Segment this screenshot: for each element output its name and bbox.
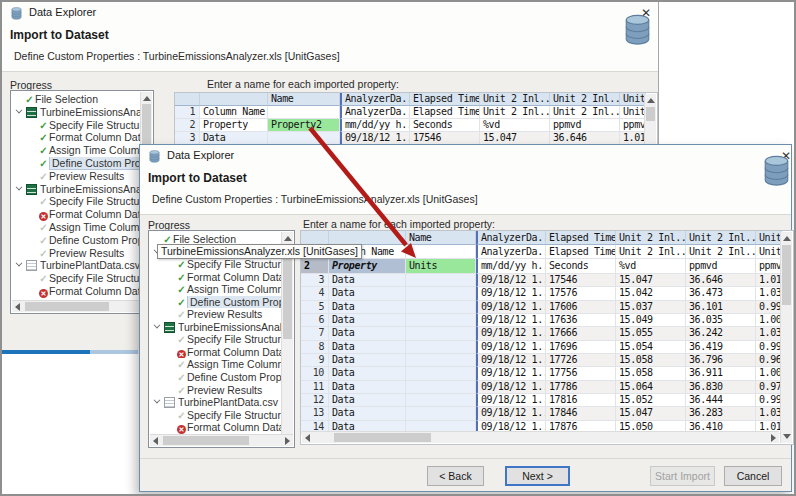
tree-item[interactable]: ✓Define Custom Properties — [12, 234, 140, 247]
chevron-down-icon[interactable] — [16, 183, 23, 190]
tree-item[interactable]: ✓Assign Time Columns — [12, 144, 140, 157]
table-cell[interactable]: 09/18/12 1... — [476, 407, 546, 420]
table-cell[interactable]: Data — [329, 381, 406, 394]
table-cell[interactable]: Data — [329, 341, 406, 354]
table-cell[interactable]: 36.830 — [686, 381, 756, 394]
tree-item[interactable]: ✓Specify File Structure — [12, 195, 140, 208]
table-cell[interactable]: Unit 2 Inl... — [550, 106, 620, 119]
table-cell[interactable]: AnalyzerDa... — [476, 245, 546, 259]
table-cell[interactable]: 09/18/12 1... — [476, 301, 546, 314]
table-cell[interactable]: 12 — [301, 394, 329, 407]
table-cell[interactable]: Data — [329, 301, 406, 314]
table-cell[interactable]: ppmvd — [756, 259, 782, 274]
table-cell[interactable]: Data — [329, 314, 406, 327]
table-cell[interactable]: Unit — [756, 231, 782, 245]
table-cell[interactable]: 17696 — [546, 341, 616, 354]
tree-item[interactable]: ✓Specify File Structure — [12, 272, 140, 285]
table-cell[interactable]: Unit 2 Inl... — [616, 245, 686, 259]
table-cell[interactable]: Data — [329, 327, 406, 340]
table-cell[interactable]: 09/18/12 1... — [476, 394, 546, 407]
table-cell[interactable]: Property — [200, 119, 268, 132]
table-cell[interactable] — [406, 381, 476, 394]
tree-item[interactable]: ✓Preview Results — [150, 308, 281, 321]
grid-horizontal-scrollbar[interactable] — [302, 431, 779, 443]
grid-vertical-scrollbar[interactable] — [644, 94, 656, 145]
table-cell[interactable]: %vd — [616, 259, 686, 274]
table-cell[interactable]: 15.058 — [616, 354, 686, 367]
table-cell[interactable]: Seconds — [410, 119, 480, 132]
table-cell[interactable]: 1.032 — [756, 287, 782, 300]
scroll-down-icon[interactable] — [783, 434, 791, 439]
scroll-up-icon[interactable] — [647, 98, 655, 103]
scroll-left-icon[interactable] — [305, 434, 310, 442]
table-cell[interactable]: Unit 2 Inl... — [550, 93, 620, 106]
table-cell[interactable]: 17636 — [546, 314, 616, 327]
table-cell[interactable]: 09/18/12 1... — [476, 274, 546, 287]
tree-item[interactable]: ✓Specify File Structure — [150, 258, 281, 271]
table-cell[interactable]: 36.911 — [686, 367, 756, 380]
tree-item[interactable]: TurbineEmissionsAnalyzer.xls [ — [150, 321, 281, 334]
table-cell[interactable]: 09/18/12 1... — [476, 327, 546, 340]
table-cell[interactable]: Unit 2 Inl... — [686, 245, 756, 259]
table-cell[interactable]: 2 — [301, 259, 329, 274]
table-cell[interactable]: 0.965 — [756, 354, 782, 367]
table-cell[interactable]: 15.055 — [616, 327, 686, 340]
table-cell[interactable]: 17726 — [546, 354, 616, 367]
table-cell[interactable]: AnalyzerDa... — [340, 93, 410, 106]
table-cell[interactable]: 17816 — [546, 394, 616, 407]
scrollbar-thumb[interactable] — [25, 302, 109, 311]
table-cell[interactable]: Elapsed Time — [546, 231, 616, 245]
table-cell[interactable]: 3 — [301, 274, 329, 287]
table-cell[interactable]: 8 — [301, 341, 329, 354]
table-cell[interactable]: 17666 — [546, 327, 616, 340]
tree-item[interactable]: ✕Format Column Data — [12, 285, 140, 298]
table-cell[interactable]: AnalyzerDa... — [476, 231, 546, 245]
table-cell[interactable] — [175, 93, 200, 106]
table-cell[interactable]: 1.002 — [756, 314, 782, 327]
table-cell[interactable]: Elapsed Time — [546, 245, 616, 259]
table-cell[interactable]: 1.035 — [756, 327, 782, 340]
table-cell[interactable]: 09/18/12 1... — [476, 341, 546, 354]
tree-item[interactable]: ✓Specify File Structure — [150, 333, 281, 346]
table-cell[interactable]: 36.035 — [686, 314, 756, 327]
table-cell[interactable]: 0.979 — [756, 381, 782, 394]
table-cell[interactable]: ppmvd — [550, 119, 620, 132]
table-cell[interactable]: 17606 — [546, 301, 616, 314]
table-cell[interactable]: Data — [329, 367, 406, 380]
table-cell[interactable]: 15.058 — [616, 367, 686, 380]
table-cell[interactable]: 1 — [175, 106, 200, 119]
tree-item[interactable]: ✕Format Column Data — [150, 421, 281, 434]
tree-item[interactable]: ✓Define Custom Properties — [12, 157, 140, 170]
table-cell[interactable]: 15.037 — [616, 301, 686, 314]
tree-item[interactable]: ✓Preview Results — [12, 247, 140, 260]
tree-item[interactable]: ✓Format Column Data — [150, 271, 281, 284]
tree-item[interactable]: ✓Assign Time Columns — [150, 283, 281, 296]
table-cell[interactable]: 6 — [301, 314, 329, 327]
table-cell[interactable]: 15.064 — [616, 381, 686, 394]
table-cell[interactable]: 09/18/12 1... — [476, 287, 546, 300]
tree-item[interactable]: ✓Preview Results — [12, 170, 140, 183]
table-cell[interactable]: 10 — [301, 367, 329, 380]
scroll-left-icon[interactable] — [153, 437, 158, 445]
table-cell[interactable] — [406, 287, 476, 300]
scroll-left-icon[interactable] — [15, 303, 20, 311]
table-cell[interactable]: 36.101 — [686, 301, 756, 314]
chevron-down-icon[interactable] — [16, 106, 23, 113]
table-cell[interactable]: 15.054 — [616, 341, 686, 354]
chevron-down-icon[interactable] — [154, 321, 161, 328]
table-cell[interactable] — [406, 407, 476, 420]
table-cell[interactable]: 36.242 — [686, 327, 756, 340]
table-cell[interactable]: 36.444 — [686, 394, 756, 407]
table-cell[interactable] — [329, 231, 406, 245]
table-cell[interactable] — [406, 341, 476, 354]
table-cell[interactable]: %vd — [480, 119, 550, 132]
table-cell[interactable]: 36.646 — [686, 274, 756, 287]
table-cell[interactable]: Name — [268, 93, 340, 106]
table-cell[interactable]: 5 — [301, 301, 329, 314]
table-cell[interactable]: ppmvd — [620, 119, 646, 132]
tree-item[interactable]: TurbineEmissionsAnalyzer.xls [ — [12, 183, 140, 196]
scrollbar-thumb[interactable] — [646, 107, 655, 121]
table-cell[interactable]: 17576 — [546, 287, 616, 300]
table-cell[interactable] — [406, 354, 476, 367]
tree-item[interactable]: ✓Define Custom Properties — [150, 371, 281, 384]
